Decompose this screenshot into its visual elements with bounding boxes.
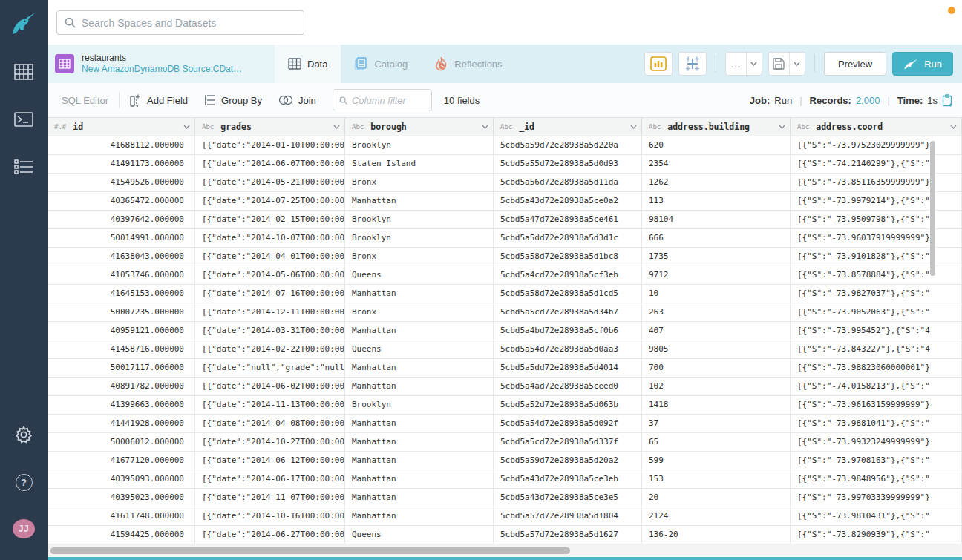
search-input[interactable] <box>82 17 296 29</box>
job-status-bar: Job: Run | Records: 2,000 | Time: 1s <box>750 94 953 107</box>
cell-grades: [{"date":"2014-10-07T00:00:00 <box>195 229 345 247</box>
column-header-address.building[interactable]: Abcaddress.building <box>642 118 791 136</box>
cell-borough: Manhattan <box>345 415 494 432</box>
cell-_id: 5cbd5a5cd72e28938a5d34b7 <box>494 303 642 321</box>
cell-address.coord: [{"S":"-73.995452"},{"S":"4 <box>791 322 962 340</box>
cell-borough: Queens <box>345 340 494 358</box>
cell-address.building: 407 <box>642 322 791 340</box>
cell-address.building: 136-20 <box>642 526 791 544</box>
tableau-export-button[interactable] <box>678 52 707 76</box>
cell-address.building: 2354 <box>642 155 791 173</box>
cell-id: 41677120.000000 <box>48 452 195 470</box>
dataset-header[interactable]: restaurants New AmazonDynamoDB Source.CD… <box>48 45 275 83</box>
table-row: 41399663.000000[{"date":"2014-11-13T00:0… <box>48 396 962 415</box>
more-actions-split-button[interactable]: … <box>725 52 762 76</box>
dataset-path-link[interactable]: New AmazonDynamoDB Source.CDat… <box>82 64 242 75</box>
save-split-button[interactable] <box>768 52 805 76</box>
cell-grades: [{"date":"2014-04-08T00:00:00 <box>195 415 345 432</box>
dremio-narwhal-logo-icon[interactable] <box>0 7 48 40</box>
preview-button[interactable]: Preview <box>824 52 886 76</box>
table-row: 41688112.000000[{"date":"2014-01-10T00:0… <box>48 136 962 155</box>
cell-address.coord: [{"S":"-73.85116359999999"} <box>791 174 962 191</box>
save-button[interactable] <box>769 53 790 75</box>
cell-_id: 5cbd5a5dd72e28938a5d3d1c <box>494 229 642 247</box>
horizontal-scrollbar-track[interactable] <box>48 544 962 557</box>
column-name: address.coord <box>816 122 950 132</box>
table-row: 40395023.000000[{"date":"2014-11-07T00:0… <box>48 489 962 507</box>
column-header-_id[interactable]: Abc_id <box>494 118 642 136</box>
cell-grades: [{"date":"2014-01-10T00:00:00 <box>195 136 345 154</box>
cell-address.building: 1418 <box>642 396 791 414</box>
cell-id: 41611748.000000 <box>48 507 195 525</box>
tab-catalog[interactable]: Catalog <box>341 45 421 83</box>
column-header-borough[interactable]: Abcborough <box>345 118 494 136</box>
run-button[interactable]: Run <box>892 52 953 76</box>
cell-grades: [{"date":"2014-10-16T00:00:00 <box>195 507 345 525</box>
horizontal-scrollbar-thumb[interactable] <box>50 547 570 554</box>
column-header-grades[interactable]: Abcgrades <box>195 118 345 136</box>
cell-address.coord: [{"S":"-73.9509798"},{"S":" <box>791 211 962 228</box>
cell-address.building: 599 <box>642 452 791 470</box>
grid-body: 41688112.000000[{"date":"2014-01-10T00:0… <box>48 136 962 544</box>
cell-address.building: 1735 <box>642 248 791 266</box>
cell-address.coord: [{"S":"-73.96163159999999"} <box>791 396 962 414</box>
cell-_id: 5cbd5a5cd72e28938a5d337f <box>494 433 642 451</box>
column-menu-chevron-icon[interactable] <box>630 125 637 129</box>
cell-id: 50006012.000000 <box>48 433 195 451</box>
column-menu-chevron-icon[interactable] <box>482 125 488 129</box>
column-header-id[interactable]: #.#id <box>48 118 195 136</box>
cell-_id: 5cbd5a4ad72e28938a5ceed0 <box>494 378 642 395</box>
global-search[interactable] <box>56 10 304 35</box>
records-value[interactable]: 2,000 <box>856 95 880 106</box>
copy-job-clipboard-icon[interactable] <box>942 94 953 107</box>
table-row: 41677120.000000[{"date":"2014-06-12T00:0… <box>48 452 962 470</box>
column-filter-input[interactable] <box>352 95 425 106</box>
vertical-scrollbar-thumb[interactable] <box>930 141 935 276</box>
group-by-button[interactable]: Group By <box>204 94 262 106</box>
sidebar-help-icon[interactable]: ? <box>0 470 48 494</box>
sidebar-settings-gear-icon[interactable] <box>0 423 48 447</box>
join-button[interactable]: Join <box>278 95 316 106</box>
tab-reflections[interactable]: Reflections <box>421 45 515 83</box>
join-label: Join <box>298 95 316 106</box>
add-field-button[interactable]: Add Field <box>130 94 188 107</box>
cell-_id: 5cbd5a57d72e28938a5d1804 <box>494 507 642 525</box>
column-filter[interactable] <box>333 89 432 111</box>
notification-dot-icon[interactable] <box>948 7 955 14</box>
powerbi-export-button[interactable] <box>644 52 673 76</box>
cell-grades: [{"date":"2014-05-21T00:00:00 <box>195 174 345 191</box>
more-actions-button[interactable]: … <box>726 53 747 75</box>
column-menu-chevron-icon[interactable] <box>950 125 957 129</box>
cell-grades: [{"date":"2014-12-11T00:00:00 <box>195 303 345 321</box>
cell-id: 41458716.000000 <box>48 340 195 358</box>
cell-grades: [{"date":"2014-11-13T00:00:00 <box>195 396 345 414</box>
cell-_id: 5cbd5a56d72e28938a5d11da <box>494 174 642 191</box>
cell-id: 50014991.000000 <box>48 229 195 247</box>
cell-id: 41053746.000000 <box>48 266 195 284</box>
add-field-icon <box>130 94 142 107</box>
powerbi-icon <box>650 56 667 71</box>
column-menu-chevron-icon[interactable] <box>183 125 190 129</box>
cell-borough: Manhattan <box>345 433 494 451</box>
sql-editor-toggle[interactable]: SQL Editor <box>56 95 108 106</box>
more-actions-dropdown[interactable] <box>747 53 762 75</box>
cell-address.coord: [{"S":"-73.9979214"},{"S":" <box>791 192 962 210</box>
column-header-address.coord[interactable]: Abcaddress.coord <box>791 118 962 136</box>
cell-id: 40891782.000000 <box>48 378 195 395</box>
job-value[interactable]: Run <box>774 95 792 106</box>
sidebar-user-avatar[interactable]: JJ <box>0 516 48 541</box>
tab-data[interactable]: Data <box>275 45 341 83</box>
sidebar-sql-terminal-icon[interactable] <box>0 107 48 132</box>
cell-borough: Manhattan <box>345 507 494 525</box>
sidebar-jobs-icon[interactable] <box>0 154 48 179</box>
cell-address.coord: [{"S":"-73.9101828"},{"S":" <box>791 248 962 266</box>
cell-borough: Brooklyn <box>345 396 494 414</box>
cell-address.building: 10 <box>642 285 791 303</box>
column-menu-chevron-icon[interactable] <box>779 125 785 129</box>
fields-count: 10 fields <box>444 95 480 106</box>
cell-grades: [{"date":"2014-06-12T00:00:00 <box>195 452 345 470</box>
column-menu-chevron-icon[interactable] <box>333 125 340 129</box>
sidebar-datasets-icon[interactable] <box>0 59 48 85</box>
table-row: 41458716.000000[{"date":"2014-02-22T00:0… <box>48 340 962 359</box>
save-dropdown[interactable] <box>790 53 805 75</box>
